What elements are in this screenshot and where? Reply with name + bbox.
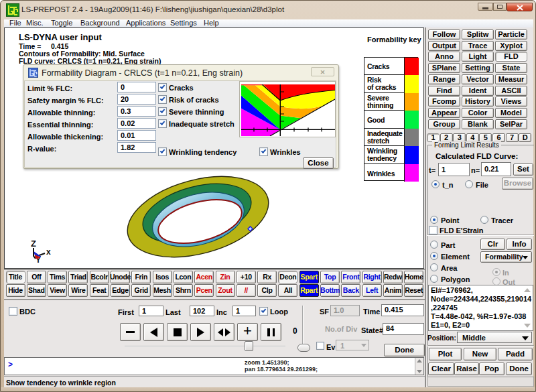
svg-text:x: x (46, 247, 51, 257)
svg-text:Z: Z (31, 239, 36, 249)
